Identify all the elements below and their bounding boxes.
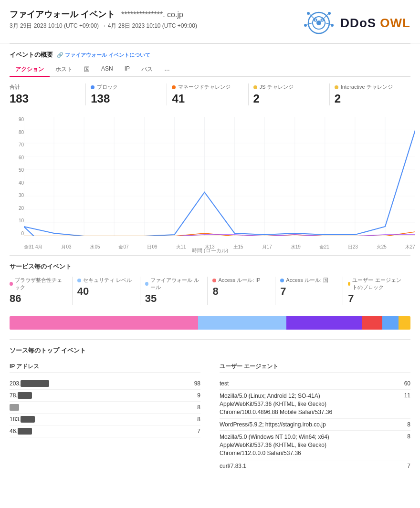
tab-host[interactable]: ホスト <box>50 63 78 77</box>
logo-ddos: DDoS <box>340 16 380 30</box>
total-label-text: 合計 <box>10 83 20 91</box>
stat-managed-value: 41 <box>172 92 243 105</box>
ip-value-3: 8 <box>186 416 200 423</box>
svg-point-2 <box>316 21 321 25</box>
ua-label-1: Mozilla/5.0 (Linux; Android 12; SO-41A) … <box>220 392 353 416</box>
chart-svg <box>24 117 415 236</box>
title-text: ファイアウォール イベント <box>10 10 115 19</box>
svg-point-9 <box>304 24 307 27</box>
stats-row: 合計 183 ブロック 138 マネージドチャレンジ 41 JS チャレンジ 2 <box>10 83 410 105</box>
stat-block: ブロック 138 <box>86 83 167 105</box>
tab-asn[interactable]: ASN <box>95 63 119 77</box>
ua-label-0: test <box>220 380 229 387</box>
ip-col: IP アドレス 203.​ 98 78.​ 9 ​ 8 183.​ 8 46.​… <box>10 363 200 472</box>
main-chart: 0 10 20 30 40 50 60 70 80 90 <box>0 117 420 250</box>
y-label-60: 60 <box>5 155 24 160</box>
svg-point-7 <box>307 12 310 15</box>
managed-label-text: マネージドチャレンジ <box>178 83 231 91</box>
interactive-label-text: Interactive チャレンジ <box>341 83 393 91</box>
tabs-bar: アクション ホスト 国 ASN IP パス … <box>10 63 410 77</box>
chart-x-title: 時間 (ローカル) <box>192 247 228 254</box>
security-label-text: セキュリティ レベル <box>83 277 132 284</box>
ua-row-1: Mozilla/5.0 (Linux; Android 12; SO-41A) … <box>220 390 410 419</box>
service-section-title: サービス毎のイベント <box>10 262 410 271</box>
tab-actions[interactable]: アクション <box>10 63 50 77</box>
x-label-1: 月03 <box>61 244 71 250</box>
sources-section: ソース毎のトップ イベント IP アドレス 203.​ 98 78.​ 9 ​ … <box>0 340 420 479</box>
x-label-9: 水19 <box>291 244 301 250</box>
interactive-dot <box>335 85 338 89</box>
firewall-value: 35 <box>145 292 203 305</box>
bar-access-ip <box>362 316 382 330</box>
tab-ip[interactable]: IP <box>119 63 136 77</box>
chart-svg-container <box>24 117 415 236</box>
service-label-browser: ブラウザ整合性チェック <box>10 277 67 291</box>
logo-text: DDoS OWL <box>340 16 410 31</box>
stat-js-value: 2 <box>253 92 325 105</box>
ip-value-2: 8 <box>186 404 200 411</box>
x-label-8: 月17 <box>262 244 272 250</box>
firewall-label-text: ファイアウォール ルール <box>150 277 203 291</box>
access-country-label-text: Access ルール: 国 <box>286 277 328 284</box>
stat-managed-label: マネージドチャレンジ <box>172 83 243 91</box>
service-stat-firewall: ファイアウォール ルール 35 <box>140 277 208 305</box>
ua-value-2: 8 <box>396 421 410 428</box>
ip-label-1: 78.​ <box>10 392 32 399</box>
browser-value: 86 <box>10 292 67 305</box>
service-label-security: セキュリティ レベル <box>77 277 135 284</box>
info-icon: 🔗 <box>57 52 63 58</box>
stat-js-label: JS チャレンジ <box>253 83 325 91</box>
event-summary-title: イベントの概要 <box>10 51 53 59</box>
y-label-40: 40 <box>5 180 24 186</box>
header-left: ファイアウォール イベント **************. co.jp 3月 2… <box>10 9 197 30</box>
svg-point-8 <box>328 12 331 15</box>
tab-country[interactable]: 国 <box>78 63 95 77</box>
stat-js-challenge: JS チャレンジ 2 <box>249 83 330 105</box>
security-value: 40 <box>77 285 135 298</box>
y-label-0: 0 <box>5 231 24 236</box>
stat-total: 合計 183 <box>10 83 86 105</box>
ua-row-3: Mozilla/5.0 (Windows NT 10.0; Win64; x64… <box>220 431 410 460</box>
sources-grid: IP アドレス 203.​ 98 78.​ 9 ​ 8 183.​ 8 46.​… <box>10 363 410 472</box>
chart-y-labels: 0 10 20 30 40 50 60 70 80 90 <box>5 117 24 236</box>
date-range: 3月 29日 2023 10:10 (UTC +09:00) → 4月 28日 … <box>10 22 197 30</box>
service-stat-ua-block: ユーザー エージェントのブロック 7 <box>343 277 410 305</box>
event-summary-link[interactable]: 🔗 ファイアウォール イベントについて <box>57 52 150 59</box>
x-label-7: 土15 <box>233 244 243 250</box>
section-title: イベントの概要 🔗 ファイアウォール イベントについて <box>10 51 410 59</box>
js-label-text: JS チャレンジ <box>260 83 294 91</box>
ip-row-4: 46.​ 7 <box>10 425 200 437</box>
ip-value-0: 98 <box>186 380 200 387</box>
ip-label-4: 46.​ <box>10 428 32 435</box>
access-ip-dot <box>212 279 216 282</box>
svg-rect-16 <box>24 117 415 236</box>
service-stats-row: ブラウザ整合性チェック 86 セキュリティ レベル 40 ファイアウォール ルー… <box>10 277 410 305</box>
stat-interactive-value: 2 <box>335 92 406 105</box>
access-country-dot <box>280 279 284 282</box>
ip-col-title: IP アドレス <box>10 363 200 373</box>
block-label-text: ブロック <box>97 83 118 91</box>
logo-area: DDoS OWL <box>302 9 410 37</box>
ip-row-1: 78.​ 9 <box>10 390 200 402</box>
x-label-4: 日09 <box>147 244 157 250</box>
ua-block-label-text: ユーザー エージェントのブロック <box>352 277 406 291</box>
ua-block-dot <box>348 282 350 286</box>
svg-point-5 <box>315 20 316 21</box>
domain-text: **************. co.jp <box>121 10 183 19</box>
tab-path[interactable]: パス <box>136 63 158 77</box>
y-label-80: 80 <box>5 130 24 135</box>
ua-row-2: WordPress/5.9.2; https://staging.irob.co… <box>220 419 410 431</box>
x-label-12: 火25 <box>377 244 387 250</box>
y-label-30: 30 <box>5 193 24 198</box>
access-country-value: 7 <box>280 285 338 298</box>
link-text: ファイアウォール イベントについて <box>65 52 150 59</box>
tab-more[interactable]: … <box>158 63 176 77</box>
service-label-ua-block: ユーザー エージェントのブロック <box>348 277 406 291</box>
ip-row-2: ​ 8 <box>10 402 200 414</box>
y-label-90: 90 <box>5 117 24 122</box>
block-dot <box>91 85 94 89</box>
ip-label-0: 203.​ <box>10 380 49 387</box>
service-label-access-country: Access ルール: 国 <box>280 277 338 284</box>
js-dot <box>253 85 257 89</box>
stat-total-value: 183 <box>10 92 81 105</box>
